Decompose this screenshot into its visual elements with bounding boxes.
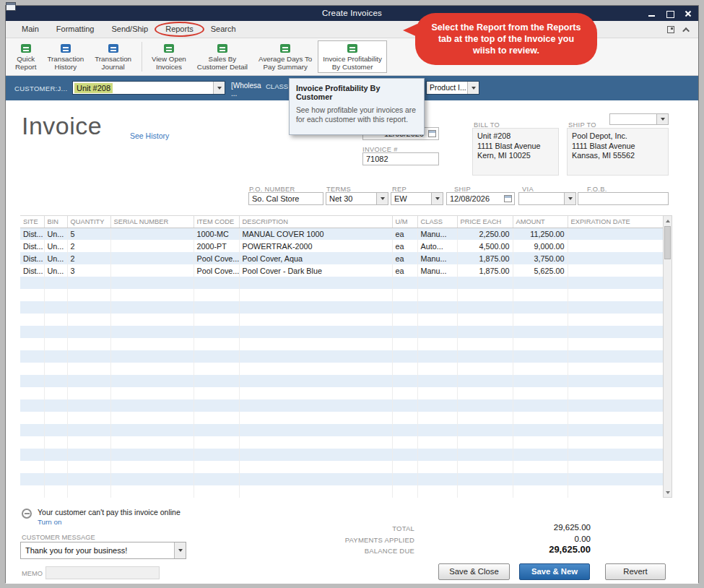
empty-cell[interactable] [568, 338, 663, 350]
table-row[interactable]: Dist... Un... 3 Pool Cove... Pool Cover … [20, 264, 663, 277]
empty-cell[interactable] [392, 387, 417, 399]
empty-cell[interactable] [67, 289, 110, 301]
sales-by-customer-detail-button[interactable]: Sales By Customer Detail [192, 40, 253, 73]
empty-cell[interactable] [513, 473, 568, 485]
tab-reports[interactable]: Reports [157, 21, 202, 38]
empty-cell[interactable] [67, 461, 110, 473]
empty-cell[interactable] [392, 449, 417, 461]
empty-cell[interactable] [239, 277, 392, 289]
empty-cell[interactable] [392, 350, 417, 363]
cell-quantity[interactable]: 3 [67, 264, 110, 277]
via-dropdown[interactable] [518, 192, 576, 205]
empty-cell[interactable] [417, 338, 457, 350]
empty-cell[interactable] [457, 277, 513, 289]
empty-cell[interactable] [44, 301, 67, 314]
empty-cell[interactable] [239, 350, 392, 363]
empty-cell[interactable] [110, 289, 194, 301]
empty-cell[interactable] [110, 449, 194, 461]
template-dropdown[interactable]: Product I... [426, 81, 479, 95]
empty-cell[interactable] [20, 363, 44, 375]
save-new-button[interactable]: Save & New [519, 563, 590, 580]
table-row[interactable]: Dist... Un... 2 2000-PT POWERTRAK-2000 e… [20, 240, 663, 252]
table-scrollbar[interactable] [663, 215, 672, 498]
cell-class[interactable]: Manu... [417, 252, 457, 264]
empty-cell[interactable] [110, 326, 194, 338]
transaction-journal-button[interactable]: Transaction Journal [90, 40, 136, 73]
cell-site[interactable]: Dist... [20, 240, 44, 252]
empty-cell[interactable] [110, 301, 194, 314]
quick-report-button[interactable]: Quick Report [10, 40, 41, 73]
empty-table-row[interactable] [20, 424, 663, 436]
empty-cell[interactable] [110, 399, 194, 412]
empty-cell[interactable] [568, 314, 663, 326]
empty-table-row[interactable] [20, 289, 663, 301]
empty-cell[interactable] [44, 350, 67, 363]
empty-cell[interactable] [417, 289, 457, 301]
empty-cell[interactable] [417, 363, 457, 375]
cell-um[interactable]: ea [392, 228, 417, 240]
empty-cell[interactable] [513, 301, 568, 314]
empty-cell[interactable] [417, 326, 457, 338]
chevron-down-icon[interactable] [656, 114, 668, 124]
empty-cell[interactable] [110, 473, 194, 485]
empty-cell[interactable] [392, 424, 417, 436]
empty-cell[interactable] [392, 314, 417, 326]
empty-cell[interactable] [568, 375, 663, 387]
empty-table-row[interactable] [20, 277, 663, 289]
cell-quantity[interactable]: 2 [67, 252, 110, 264]
empty-table-row[interactable] [20, 301, 663, 314]
empty-cell[interactable] [20, 375, 44, 387]
empty-cell[interactable] [457, 424, 513, 436]
empty-cell[interactable] [67, 449, 110, 461]
empty-cell[interactable] [513, 350, 568, 363]
empty-cell[interactable] [110, 338, 194, 350]
empty-cell[interactable] [239, 326, 392, 338]
empty-cell[interactable] [568, 461, 663, 473]
chevron-down-icon[interactable] [431, 193, 443, 204]
empty-cell[interactable] [457, 375, 513, 387]
average-days-to-pay-button[interactable]: Average Days To Pay Summary [253, 40, 317, 73]
empty-cell[interactable] [67, 436, 110, 449]
empty-cell[interactable] [568, 301, 663, 314]
empty-cell[interactable] [44, 289, 67, 301]
empty-cell[interactable] [67, 387, 110, 399]
empty-cell[interactable] [513, 363, 568, 375]
empty-cell[interactable] [194, 363, 239, 375]
collapse-ribbon-icon[interactable] [682, 27, 690, 34]
empty-cell[interactable] [194, 289, 239, 301]
empty-table-row[interactable] [20, 363, 663, 375]
empty-cell[interactable] [513, 485, 568, 498]
cell-description[interactable]: Pool Cover, Aqua [239, 252, 392, 264]
empty-cell[interactable] [67, 301, 110, 314]
empty-cell[interactable] [20, 399, 44, 412]
empty-cell[interactable] [44, 436, 67, 449]
cell-amount[interactable]: 3,750.00 [513, 252, 568, 264]
cell-class[interactable]: Manu... [417, 264, 457, 277]
empty-cell[interactable] [44, 461, 67, 473]
empty-cell[interactable] [194, 375, 239, 387]
rep-dropdown[interactable]: EW [391, 192, 443, 205]
empty-cell[interactable] [417, 436, 457, 449]
revert-button[interactable]: Revert [605, 563, 666, 580]
empty-cell[interactable] [513, 277, 568, 289]
empty-cell[interactable] [417, 301, 457, 314]
empty-cell[interactable] [513, 289, 568, 301]
empty-cell[interactable] [67, 350, 110, 363]
empty-cell[interactable] [67, 399, 110, 412]
empty-cell[interactable] [457, 399, 513, 412]
cell-serial[interactable] [110, 264, 194, 277]
empty-cell[interactable] [44, 338, 67, 350]
empty-cell[interactable] [417, 424, 457, 436]
cell-bin[interactable]: Un... [44, 252, 67, 264]
empty-cell[interactable] [67, 485, 110, 498]
empty-cell[interactable] [110, 485, 194, 498]
empty-cell[interactable] [392, 326, 417, 338]
empty-cell[interactable] [239, 338, 392, 350]
empty-cell[interactable] [568, 350, 663, 363]
empty-cell[interactable] [44, 277, 67, 289]
empty-cell[interactable] [568, 399, 663, 412]
empty-cell[interactable] [44, 326, 67, 338]
empty-cell[interactable] [239, 399, 392, 412]
empty-cell[interactable] [392, 412, 417, 424]
cell-site[interactable]: Dist... [20, 228, 44, 240]
